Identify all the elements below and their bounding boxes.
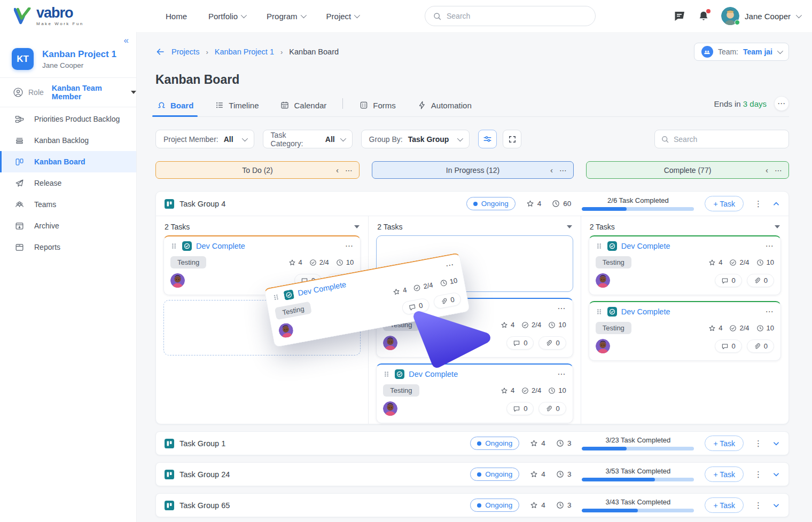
- nav-project[interactable]: Project: [326, 12, 359, 21]
- filter-group-by[interactable]: Group By:Task Group: [361, 130, 470, 148]
- tab-board[interactable]: Board: [155, 100, 194, 116]
- project-header[interactable]: KT Kanban Project 1 Jane Cooper: [0, 32, 136, 77]
- add-task-button[interactable]: + Task: [705, 196, 744, 211]
- tag-chip: Testing: [170, 256, 206, 268]
- task-group-1[interactable]: Task Group 1 Ongoing 4 3 3/23 Task Compl…: [155, 431, 789, 455]
- expand-group-icon[interactable]: [772, 440, 780, 447]
- collapse-column-icon[interactable]: ‹: [766, 165, 768, 175]
- column-task-count[interactable]: 2 Tasks: [163, 222, 361, 235]
- paperclip-icon: [753, 277, 761, 284]
- board-search-input[interactable]: [674, 135, 783, 144]
- collapse-column-icon[interactable]: ‹: [550, 165, 553, 175]
- role-selector[interactable]: Role Kanban Team Member: [0, 78, 136, 107]
- group-menu-button[interactable]: ⋮: [754, 442, 762, 445]
- drag-handle-icon[interactable]: [596, 308, 603, 315]
- drag-handle-icon[interactable]: [272, 293, 280, 302]
- tab-forms[interactable]: Forms: [358, 100, 397, 116]
- board-search[interactable]: [654, 130, 789, 148]
- sidebar-item-reports[interactable]: Reports: [0, 236, 136, 258]
- assignee-avatar[interactable]: [596, 339, 610, 353]
- nav-program[interactable]: Program: [267, 12, 305, 21]
- card-menu-button[interactable]: ⋯: [766, 241, 775, 251]
- card-title-link[interactable]: Dev Complete: [297, 280, 347, 297]
- status-badge[interactable]: Ongoing: [470, 499, 519, 512]
- add-task-button[interactable]: + Task: [705, 436, 744, 451]
- nav-portfolio[interactable]: Portfolio: [208, 12, 245, 21]
- column-task-count[interactable]: 2 Tasks: [589, 222, 781, 235]
- breadcrumb-projects[interactable]: Projects: [171, 48, 199, 56]
- group-menu-button[interactable]: ⋮: [754, 504, 762, 507]
- nav-home[interactable]: Home: [166, 12, 187, 21]
- group-menu-button[interactable]: ⋮: [754, 202, 762, 205]
- assignee-avatar[interactable]: [170, 273, 185, 288]
- breadcrumb-project[interactable]: Kanban Project 1: [215, 48, 274, 56]
- team-selector[interactable]: Team: Team jai: [694, 43, 789, 61]
- sidebar-item-archive[interactable]: Archive: [0, 215, 136, 236]
- task-group-name[interactable]: Task Group 65: [165, 501, 230, 510]
- sidebar-item-kanban-board[interactable]: Kanban Board: [0, 151, 136, 172]
- tab-automation[interactable]: Automation: [416, 100, 473, 116]
- task-group-name[interactable]: Task Group 24: [165, 470, 230, 479]
- expand-group-icon[interactable]: [772, 502, 780, 509]
- card-title-link[interactable]: Dev Complete: [621, 242, 670, 250]
- column-menu-icon[interactable]: ⋯: [775, 166, 782, 175]
- global-search[interactable]: [425, 6, 596, 26]
- tab-timeline[interactable]: Timeline: [214, 100, 260, 116]
- card-title-link[interactable]: Dev Complete: [196, 242, 245, 250]
- status-badge[interactable]: Ongoing: [466, 197, 516, 210]
- drag-handle-icon[interactable]: [170, 242, 178, 250]
- user-menu[interactable]: Jane Cooper: [721, 7, 800, 25]
- global-search-input[interactable]: [447, 12, 588, 20]
- filter-project-member[interactable]: Project Member:All: [155, 130, 254, 148]
- star-stat: 4: [392, 286, 408, 296]
- column-menu-icon[interactable]: ⋯: [559, 166, 567, 175]
- card-menu-button[interactable]: ⋯: [345, 241, 354, 251]
- filter-task-category[interactable]: Task Category:All: [263, 130, 353, 148]
- add-task-button[interactable]: + Task: [705, 497, 744, 513]
- task-group-name[interactable]: Task Group 1: [165, 439, 225, 448]
- collapse-group-icon[interactable]: [772, 200, 780, 208]
- expand-group-icon[interactable]: [772, 471, 780, 478]
- card-menu-button[interactable]: ⋯: [557, 304, 566, 313]
- board-more-button[interactable]: ⋯: [774, 96, 789, 111]
- progress-track: [582, 447, 694, 450]
- sidebar-item-kanban-backlog[interactable]: Kanban Backlog: [0, 130, 136, 151]
- column-menu-icon[interactable]: ⋯: [345, 166, 353, 175]
- column-task-count[interactable]: 2 Tasks: [376, 222, 573, 235]
- notifications-button[interactable]: [698, 10, 709, 22]
- sidebar-item-priorities-product-backlog[interactable]: Priorities Product Backlog: [0, 108, 136, 130]
- task-card[interactable]: Dev Complete ⋯ Testing 4 2/4 10: [589, 235, 781, 295]
- add-task-button[interactable]: + Task: [705, 466, 744, 482]
- messages-icon[interactable]: [673, 10, 686, 22]
- card-menu-button[interactable]: ⋯: [766, 307, 775, 317]
- drag-handle-icon[interactable]: [596, 242, 603, 250]
- sidebar-collapse-button[interactable]: «: [124, 35, 129, 46]
- sidebar-item-release[interactable]: Release: [0, 172, 136, 194]
- group-menu-button[interactable]: ⋮: [754, 473, 762, 476]
- back-arrow-icon[interactable]: [155, 47, 165, 57]
- sidebar-item-teams[interactable]: Teams: [0, 194, 136, 215]
- assignee-avatar[interactable]: [383, 336, 397, 350]
- collapse-column-icon[interactable]: ‹: [336, 165, 339, 175]
- column-header-in-progress[interactable]: In Progress (12) ‹⋯: [372, 161, 574, 179]
- tab-calendar[interactable]: Calendar: [279, 100, 327, 116]
- clock-icon: [756, 325, 764, 332]
- task-group-65[interactable]: Task Group 65 Ongoing 4 3 3/43 Task Comp…: [155, 493, 789, 517]
- board-settings-button[interactable]: [478, 130, 497, 148]
- status-badge[interactable]: Ongoing: [470, 437, 519, 450]
- vabro-logo[interactable]: vabro Make Work Fun: [0, 6, 137, 26]
- task-group-name[interactable]: Task Group 4: [165, 199, 225, 209]
- task-card[interactable]: Dev Complete ⋯ Testing 4 2/4 10: [376, 363, 573, 423]
- column-header-todo[interactable]: To Do (2) ‹⋯: [155, 161, 360, 179]
- drag-handle-icon[interactable]: [383, 370, 391, 378]
- column-header-complete[interactable]: Complete (77) ‹⋯: [586, 161, 789, 179]
- status-badge[interactable]: Ongoing: [470, 468, 519, 481]
- task-group-24[interactable]: Task Group 24 Ongoing 4 3 3/53 Task Comp…: [155, 462, 789, 486]
- card-menu-button[interactable]: ⋯: [557, 369, 566, 379]
- assignee-avatar[interactable]: [383, 401, 397, 416]
- card-title-link[interactable]: Dev Complete: [621, 307, 670, 316]
- task-card[interactable]: Dev Complete ⋯ Testing 4 2/4 10: [589, 301, 781, 361]
- card-menu-button[interactable]: ⋯: [445, 259, 456, 271]
- assignee-avatar[interactable]: [596, 273, 610, 288]
- fullscreen-button[interactable]: [503, 130, 521, 148]
